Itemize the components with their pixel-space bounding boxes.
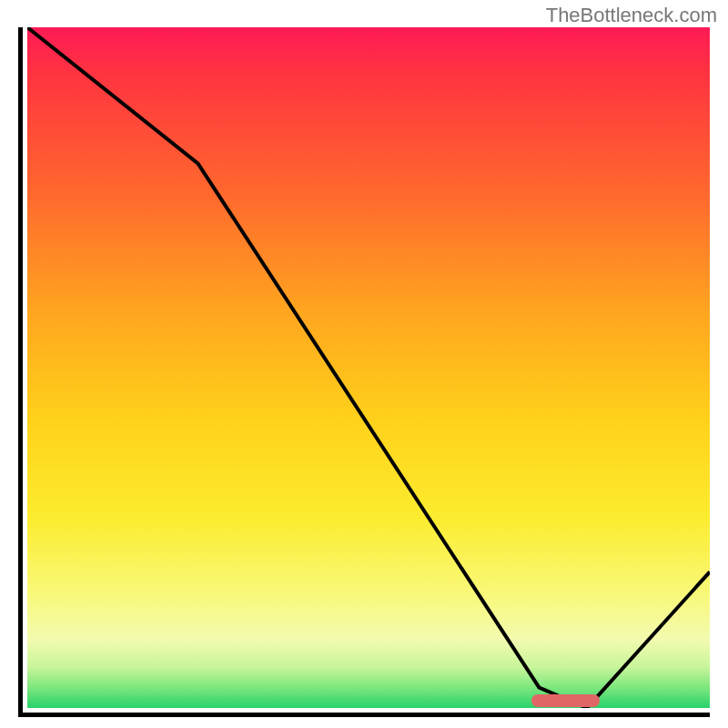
optimal-range-marker	[531, 694, 601, 707]
attribution-text: TheBottleneck.com	[546, 4, 717, 27]
chart-frame	[18, 27, 710, 717]
bottleneck-line	[27, 27, 710, 708]
chart-curve	[27, 27, 710, 708]
